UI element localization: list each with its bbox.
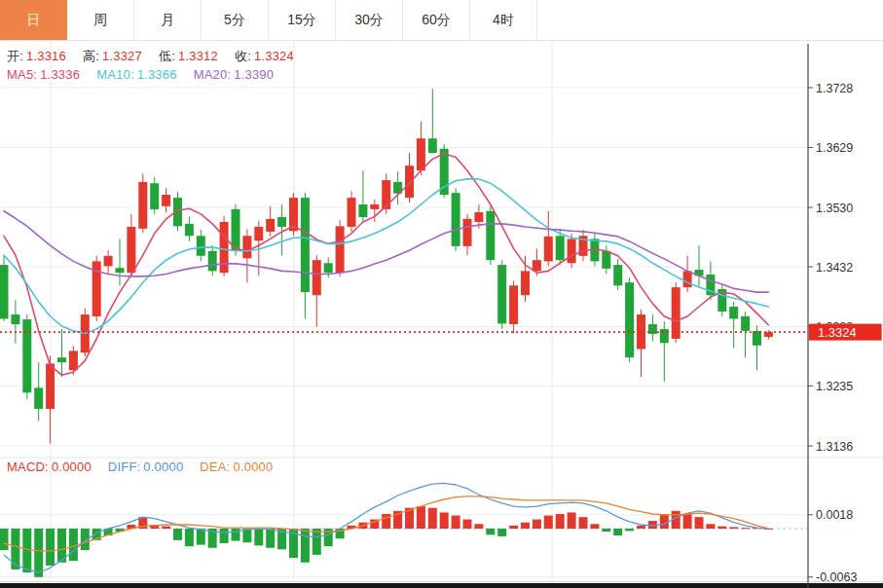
vertical-gridlines (51, 42, 552, 581)
tab-day[interactable]: 日 (0, 0, 67, 40)
trading-chart-app: 日周月5分15分30分60分4时 1.37281.36291.35301.343… (0, 0, 883, 588)
ma-ma5-label: MA5: (7, 67, 37, 82)
ohlc-low: 低:1.3312 (159, 48, 218, 65)
tab-4hour[interactable]: 4时 (470, 0, 537, 40)
macd-histogram (0, 506, 773, 577)
ma-ma20: MA20:1.3390 (194, 67, 275, 82)
price-tick-3: 1.3432 (816, 261, 853, 275)
ohlc-high-label: 高: (83, 49, 99, 63)
ohlc-low-value: 1.3312 (178, 49, 218, 63)
ma-ma10: MA10:1.3366 (96, 67, 177, 82)
ohlc-close: 收:1.3324 (235, 48, 294, 65)
ma-legend: MA5:1.3336MA10:1.3366MA20:1.3390 (7, 67, 274, 82)
ohlc-high: 高:1.3327 (83, 48, 142, 65)
last-price-badge-text: 1.3324 (818, 325, 857, 340)
ma-ma20-label: MA20: (194, 67, 232, 82)
macd-dea-value: 0.0000 (233, 459, 273, 474)
price-tick-1: 1.3629 (816, 141, 853, 155)
ohlc-open: 开:1.3316 (7, 48, 66, 65)
price-tick-5: 1.3235 (816, 380, 853, 393)
price-axis-labels: 1.37281.36291.35301.34321.33331.32351.31… (808, 82, 853, 454)
period-tabbar: 日周月5分15分30分60分4时 (0, 0, 883, 41)
ohlc-open-label: 开: (7, 49, 23, 63)
tab-60min[interactable]: 60分 (403, 0, 470, 40)
tab-week[interactable]: 周 (67, 0, 134, 40)
price-tick-6: 1.3136 (816, 440, 853, 454)
tab-month[interactable]: 月 (134, 0, 202, 40)
macd-diff-value: 0.0000 (143, 459, 183, 474)
ohlc-close-value: 1.3324 (254, 49, 294, 63)
ma-ma10-value: 1.3366 (137, 67, 177, 82)
ma-ma5: MA5:1.3336 (7, 67, 80, 82)
macd-tick-0: 0.0018 (816, 508, 853, 522)
macd-dea: DEA:0.0000 (200, 459, 273, 474)
ohlc-high-value: 1.3327 (102, 49, 142, 63)
ohlc-low-label: 低: (159, 49, 175, 63)
ma-ma20-value: 1.3390 (234, 67, 274, 82)
ma20-line (4, 211, 768, 292)
macd-macd: MACD:0.0000 (7, 459, 92, 474)
macd-diff-label: DIFF: (108, 459, 141, 474)
price-gridlines (0, 88, 808, 446)
tab-30min[interactable]: 30分 (336, 0, 403, 40)
ohlc-open-value: 1.3316 (26, 49, 66, 63)
time-axis-strip (0, 583, 883, 588)
macd-diff: DIFF:0.0000 (108, 459, 183, 474)
macd-dea-label: DEA: (200, 459, 230, 474)
tab-15min[interactable]: 15分 (269, 0, 336, 40)
price-tick-0: 1.3728 (816, 82, 853, 95)
candlestick-macd-chart[interactable]: 1.37281.36291.35301.34321.33331.32351.31… (0, 0, 883, 588)
tab-5min[interactable]: 5分 (202, 0, 269, 40)
ma-ma5-value: 1.3336 (40, 67, 80, 82)
ohlc-close-label: 收: (235, 49, 251, 63)
macd-tick-1: -0.0063 (816, 570, 857, 584)
macd-macd-value: 0.0000 (52, 459, 92, 474)
macd-macd-label: MACD: (7, 459, 49, 474)
macd-legend: MACD:0.0000DIFF:0.0000DEA:0.0000 (7, 459, 273, 474)
ohlc-legend: 开:1.3316高:1.3327低:1.3312收:1.3324 (7, 48, 294, 65)
ma-ma10-label: MA10: (96, 67, 134, 82)
price-tick-2: 1.3530 (816, 202, 853, 215)
